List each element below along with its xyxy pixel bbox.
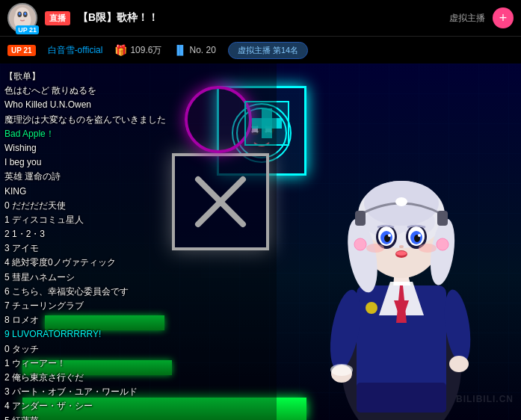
character bbox=[282, 84, 521, 420]
character-svg bbox=[282, 84, 521, 420]
danmaku-item: 0 タッチ bbox=[4, 342, 272, 356]
danmaku-item: 0 だだだだ天使 bbox=[4, 199, 272, 213]
danmaku-item: 8 ロメオ bbox=[4, 313, 272, 327]
svg-point-43 bbox=[418, 234, 421, 237]
up-badge: UP 21 bbox=[16, 25, 39, 34]
rank-badge[interactable]: 虚拟主播 第14名 bbox=[228, 42, 308, 59]
svg-point-45 bbox=[419, 244, 437, 253]
svg-point-53 bbox=[395, 197, 407, 206]
svg-rect-51 bbox=[355, 211, 366, 226]
danmaku-item: Wishing bbox=[4, 141, 272, 155]
danmaku-item: 色はむへど 散りぬるを bbox=[4, 84, 272, 98]
header-stats: UP 21 白音雪-official 🎁 109.6万 ▐▌ No. 20 虚拟… bbox=[0, 36, 521, 64]
followers-stat: 🎁 109.6万 bbox=[114, 44, 161, 57]
svg-point-57 bbox=[449, 356, 469, 372]
header-top: UP 21 直播 【B限】歌枠！！ 虚拟主播 + bbox=[0, 0, 521, 36]
danmaku-item: 2 俺ら東京さ行ぐだ bbox=[4, 371, 272, 385]
danmaku-item: 6 こちら、幸福安心委員会です bbox=[4, 285, 272, 299]
danmaku-item: 2 1・2・3 bbox=[4, 227, 272, 241]
danmaku-item: Bad Apple！ bbox=[4, 127, 272, 141]
svg-point-42 bbox=[388, 234, 391, 237]
svg-point-58 bbox=[330, 364, 353, 376]
svg-point-5 bbox=[19, 12, 21, 15]
live-badge: 直播 bbox=[45, 11, 70, 25]
danmaku-item: 英雄 運命の詩 bbox=[4, 170, 272, 184]
bar-chart-icon: ▐▌ bbox=[173, 45, 186, 55]
stream-title: 【B限】歌枠！！ bbox=[78, 11, 442, 25]
avatar-container: UP 21 bbox=[7, 3, 37, 33]
danmaku-item: 魔理沙は大変なものを盗んでいきました bbox=[4, 113, 272, 127]
danmaku-item: 5 紅蓮華 bbox=[4, 414, 272, 421]
svg-rect-52 bbox=[437, 211, 448, 226]
danmaku-item: 7 チューリングラブ bbox=[4, 299, 272, 313]
header: UP 21 直播 【B限】歌枠！！ 虚拟主播 + UP 21 白音雪-offic… bbox=[0, 0, 521, 64]
username-stat: 白音雪-official bbox=[48, 44, 103, 57]
svg-point-48 bbox=[396, 251, 407, 256]
danmaku-item: 4 アンダー・ザ・シー bbox=[4, 399, 272, 413]
danmaku-item: 1 ウィーアー！ bbox=[4, 356, 272, 371]
svg-point-50 bbox=[437, 238, 448, 250]
svg-point-6 bbox=[24, 12, 26, 15]
danmaku-item: 3 パート・オブ・ユア・ワールド bbox=[4, 385, 272, 399]
danmaku-item: 9 LUVORATORRRRRY! bbox=[4, 327, 272, 342]
danmaku-item: 3 アイモ bbox=[4, 241, 272, 256]
danmaku-item: 1 ディスコミュ星人 bbox=[4, 213, 272, 227]
svg-point-46 bbox=[399, 245, 404, 248]
up-badge-stat: UP 21 bbox=[7, 45, 36, 56]
svg-point-60 bbox=[366, 302, 377, 314]
svg-point-44 bbox=[366, 244, 384, 253]
danmaku-item: 【歌单】 bbox=[4, 70, 272, 84]
danmaku-item: Who Killed U.N.Owen bbox=[4, 98, 272, 112]
watermark: BILIBILI.CN bbox=[456, 392, 514, 405]
rank-stat: ▐▌ No. 20 bbox=[173, 45, 215, 55]
virtual-tag: 虚拟主播 bbox=[449, 12, 485, 25]
danmaku-item: 5 彗星ハネムーシ bbox=[4, 271, 272, 285]
follow-button[interactable]: + bbox=[493, 7, 514, 28]
danmaku-item: I beg you bbox=[4, 155, 272, 170]
svg-rect-61 bbox=[357, 383, 446, 413]
svg-point-49 bbox=[354, 238, 366, 250]
danmaku-item: 4 絶対零度0ノヴァティック bbox=[4, 256, 272, 270]
gift-icon: 🎁 bbox=[114, 44, 127, 56]
danmaku-overlay: 【歌单】色はむへど 散りぬるをWho Killed U.N.Owen魔理沙は大変… bbox=[0, 64, 277, 420]
danmaku-item: KING bbox=[4, 185, 272, 199]
